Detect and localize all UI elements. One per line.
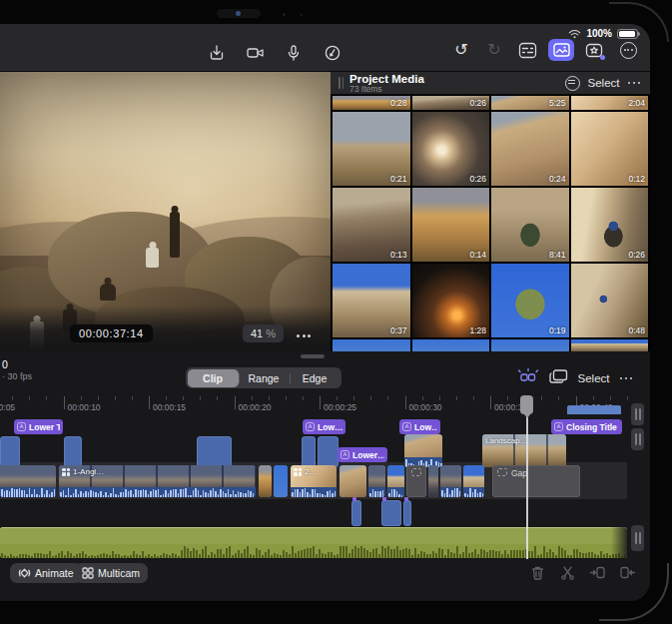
magnetic-timeline-button[interactable] [517, 367, 539, 389]
media-thumbnail[interactable]: 0:21 [333, 112, 410, 186]
import-button[interactable] [205, 41, 229, 65]
title-clip[interactable]: ALower T… [14, 419, 63, 434]
delete-button[interactable] [529, 564, 546, 581]
title-clip[interactable]: AClosing Title [551, 419, 622, 434]
media-thumbnail[interactable]: 8:41 [491, 188, 569, 262]
connected-clip[interactable] [197, 436, 232, 467]
media-thumbnail[interactable]: 1:28 [412, 264, 490, 337]
video-clip[interactable] [440, 465, 461, 497]
timeline-select-button[interactable]: Select [578, 372, 610, 384]
ruler-tick [405, 396, 406, 409]
connected-clip[interactable] [403, 500, 411, 526]
media-thumbnail[interactable]: 0:19 [491, 264, 569, 337]
media-thumbnail[interactable]: 0:26 [412, 112, 490, 186]
media-thumbnail[interactable]: 0:12 [571, 112, 649, 186]
clip-overlay-button[interactable] [549, 368, 568, 388]
connected-clip[interactable] [318, 436, 338, 467]
pencil-tool-button[interactable] [321, 41, 344, 65]
media-thumbnail[interactable]: 2:04 [571, 96, 649, 110]
more-icon [620, 42, 637, 59]
audio-clip[interactable] [0, 527, 627, 558]
video-clip[interactable] [259, 465, 272, 497]
media-thumbnail[interactable]: 0:28 [333, 96, 410, 110]
gap-clip[interactable]: Gap [492, 465, 580, 497]
media-thumbnail[interactable]: 5:25 [491, 96, 569, 110]
top-toolbar: 100% [0, 24, 650, 72]
video-clip[interactable]: 1-Angl… [59, 465, 256, 497]
segment-clip[interactable]: Clip [188, 369, 239, 387]
timeline-scrollbar-segment[interactable] [631, 403, 644, 425]
gap-clip[interactable]: G… [406, 465, 426, 497]
ruler-tick [456, 396, 457, 400]
timecode-display[interactable]: 00:00:37:14 [70, 324, 153, 342]
panel-more-button[interactable] [628, 82, 641, 85]
split-button[interactable] [559, 564, 576, 581]
ruler-tick [200, 396, 201, 400]
media-thumbnail[interactable]: 0:14 [412, 188, 490, 262]
ruler-tick [473, 396, 474, 400]
timeline-ruler[interactable]: 00:00:0500:00:1000:00:1500:00:2000:00:25… [0, 395, 630, 414]
panel-resize-handle[interactable] [338, 77, 343, 89]
select-button[interactable]: Select [588, 77, 620, 89]
sensor-dot [283, 13, 286, 16]
clip-duration: 0:14 [469, 250, 486, 260]
video-clip[interactable] [387, 465, 404, 497]
video-clip[interactable] [0, 465, 56, 497]
more-button[interactable] [616, 38, 640, 62]
video-clip[interactable]: 2… [291, 465, 336, 497]
timeline-tracks[interactable]: ALower T…ALow…ALow…AClosing TitleALower…… [0, 414, 630, 559]
timeline-scrollbar-segment[interactable] [631, 428, 644, 450]
media-thumbnail[interactable]: 0:13 [333, 188, 410, 262]
video-clip[interactable]: Landscap… [482, 434, 566, 467]
video-clip[interactable] [274, 465, 288, 497]
mic-button[interactable] [282, 41, 306, 65]
connected-clip[interactable] [0, 436, 20, 467]
effects-button[interactable] [583, 38, 607, 62]
clip-label: 1-Angl… [62, 467, 104, 476]
timeline-resize-handle[interactable] [301, 354, 325, 358]
ruler-tick [81, 396, 82, 400]
media-thumbnail[interactable]: 0:48 [571, 264, 649, 337]
title-clip[interactable]: ALow… [399, 419, 440, 434]
connected-clip[interactable] [351, 500, 361, 526]
video-clip[interactable] [463, 465, 484, 497]
video-clip[interactable] [428, 465, 438, 497]
title-clip[interactable]: ALow… [303, 419, 345, 434]
segment-range[interactable]: Range [239, 369, 290, 387]
inspector-button[interactable] [515, 38, 539, 62]
connected-clip[interactable] [302, 436, 316, 467]
clip-filmstrip [339, 465, 366, 497]
viewer-more-button[interactable] [297, 334, 311, 337]
multicam-button[interactable]: Multicam [74, 563, 148, 583]
clip-duration: 5:25 [549, 98, 566, 108]
media-thumbnail[interactable]: 0:26 [571, 188, 649, 262]
media-thumbnail[interactable]: 0:37 [333, 264, 410, 337]
viewer-canvas[interactable]: 00:00:37:14 41% [0, 72, 331, 351]
redo-button[interactable]: ↻ [482, 38, 506, 62]
media-thumbnail[interactable]: 0:24 [491, 112, 569, 186]
camera-button[interactable] [244, 41, 268, 65]
filter-icon[interactable] [565, 76, 580, 91]
video-clip[interactable] [404, 434, 442, 467]
media-browser-button[interactable] [548, 39, 574, 61]
animate-button[interactable]: Animate [10, 563, 82, 583]
media-thumbnail[interactable]: 0:26 [412, 96, 490, 110]
playhead-handle[interactable] [520, 395, 533, 414]
timeline-scrollbar-segment[interactable] [631, 525, 644, 551]
video-clip[interactable] [339, 465, 366, 497]
zoom-level-button[interactable]: 41% [243, 324, 284, 342]
undo-button[interactable]: ↺ [449, 38, 473, 62]
timeline-more-button[interactable] [620, 377, 633, 380]
video-clip[interactable] [368, 465, 385, 497]
ruler-label: 00:00:15 [153, 402, 186, 412]
media-thumbnail[interactable] [412, 339, 490, 351]
media-thumbnail[interactable] [571, 339, 649, 351]
segment-edge[interactable]: Edge [290, 369, 340, 387]
connected-clip[interactable] [64, 436, 82, 467]
upper-track-clip[interactable] [567, 405, 621, 414]
connected-clip[interactable] [381, 500, 401, 526]
title-clip[interactable]: ALower… [337, 447, 387, 462]
media-thumbnail[interactable] [333, 339, 410, 351]
media-thumbnail[interactable] [491, 339, 569, 351]
ruler-tick [286, 396, 287, 400]
